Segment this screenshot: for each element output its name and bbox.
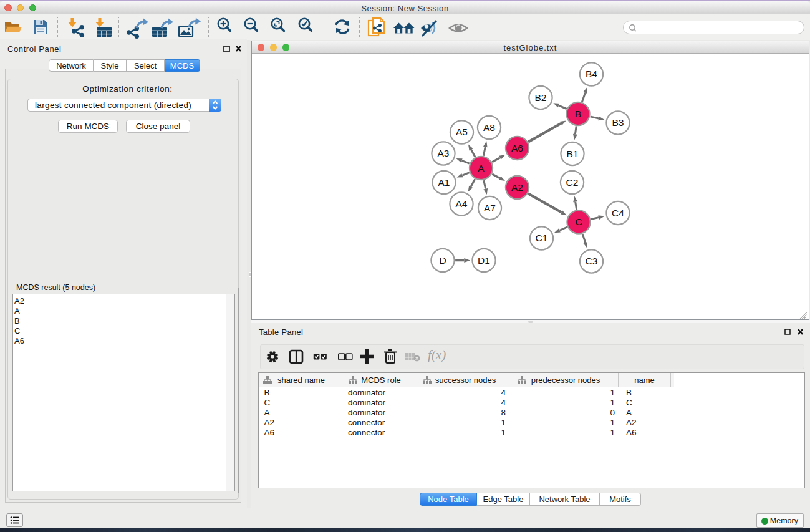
svg-text:D: D xyxy=(439,255,446,266)
svg-text:A4: A4 xyxy=(456,198,468,209)
svg-text:A8: A8 xyxy=(483,122,495,133)
svg-text:C3: C3 xyxy=(586,256,598,266)
svg-text:C: C xyxy=(575,216,582,227)
svg-text:B4: B4 xyxy=(586,69,597,79)
svg-text:A5: A5 xyxy=(456,127,468,137)
svg-text:A3: A3 xyxy=(438,148,450,158)
svg-text:B: B xyxy=(575,109,581,119)
svg-text:A6: A6 xyxy=(511,143,523,153)
svg-text:B3: B3 xyxy=(612,117,624,128)
svg-text:B2: B2 xyxy=(535,92,547,103)
svg-text:C4: C4 xyxy=(612,208,624,218)
svg-text:C2: C2 xyxy=(566,177,579,188)
svg-text:C1: C1 xyxy=(536,233,548,243)
svg-text:A1: A1 xyxy=(438,177,450,188)
svg-text:A7: A7 xyxy=(484,203,496,213)
svg-text:A2: A2 xyxy=(511,182,523,193)
svg-text:B1: B1 xyxy=(567,148,579,159)
svg-text:D1: D1 xyxy=(478,255,490,266)
svg-text:A: A xyxy=(478,163,485,173)
